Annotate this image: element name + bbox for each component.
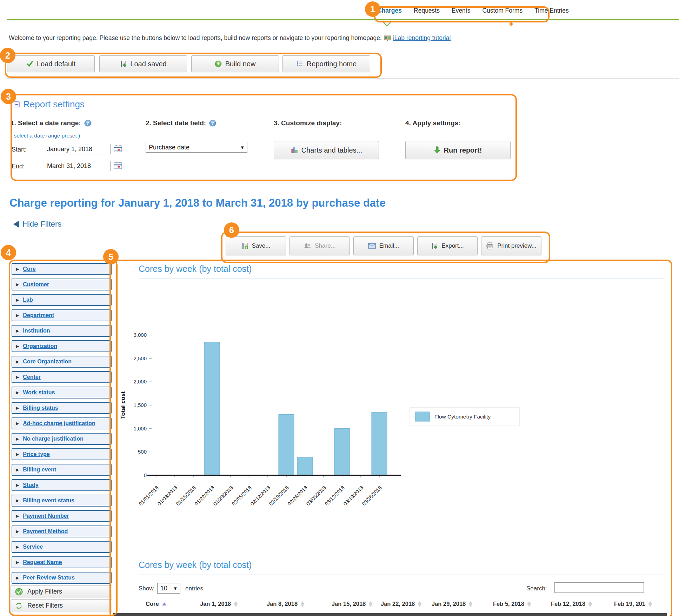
top-navigation: ChargesRequestsEventsCustom FormsTime En… <box>377 7 569 14</box>
svg-text:1,000: 1,000 <box>133 426 147 431</box>
filter-item-department[interactable]: ▶Department <box>12 309 112 321</box>
print-preview-button[interactable]: Print preview... <box>481 236 541 255</box>
email-button[interactable]: Email... <box>353 236 414 255</box>
date-field-select[interactable]: Purchase date <box>146 142 247 153</box>
search-input[interactable] <box>554 582 644 593</box>
page-title: Charge reporting for January 1, 2018 to … <box>9 197 386 209</box>
column-header-jan-22-2018[interactable]: Jan 22, 2018 <box>381 601 421 607</box>
svg-text:02/05/2018: 02/05/2018 <box>231 485 253 507</box>
filter-item-billing-event[interactable]: ▶Billing event <box>12 464 112 476</box>
filter-item-peer-review-status[interactable]: ▶Peer Review Status <box>12 572 112 584</box>
column-header-jan-1-2018[interactable]: Jan 1, 2018 <box>200 601 238 607</box>
export-button[interactable]: Export... <box>417 236 478 255</box>
column-header-feb-5-2018[interactable]: Feb 5, 2018 <box>493 601 531 607</box>
collapse-box-icon[interactable] <box>13 101 20 108</box>
filter-item-core-organization[interactable]: ▶Core Organization <box>12 356 112 368</box>
column-header-jan-29-2018[interactable]: Jan 29, 2018 <box>432 601 472 607</box>
column-header-feb-12-2018[interactable]: Feb 12, 2018 <box>551 601 592 607</box>
list-icon <box>296 60 303 67</box>
column-header-core[interactable]: Core <box>146 601 166 607</box>
sort-icon <box>369 601 372 607</box>
apply-filters-button[interactable]: Apply Filters <box>11 585 112 598</box>
start-calendar-icon[interactable] <box>114 145 122 152</box>
filter-item-study[interactable]: ▶Study <box>12 479 112 491</box>
expand-arrow-icon: ▶ <box>16 421 19 426</box>
column-header-jan-8-2018[interactable]: Jan 8, 2018 <box>267 601 304 607</box>
expand-arrow-icon: ▶ <box>16 498 19 503</box>
svg-text:02/12/2018: 02/12/2018 <box>249 485 271 507</box>
expand-arrow-icon: ▶ <box>16 544 19 549</box>
sort-icon <box>648 601 652 607</box>
svg-text:01/29/2018: 01/29/2018 <box>212 485 234 507</box>
hide-filters-link[interactable]: Hide Filters <box>13 220 61 229</box>
help-icon[interactable]: ? <box>209 120 216 127</box>
help-icon[interactable]: ? <box>84 120 91 127</box>
bar-chart-svg: 05001,0001,5002,0002,5003,00001/01/20180… <box>116 330 558 530</box>
filter-item-billing-status[interactable]: ▶Billing status <box>12 402 112 414</box>
filter-item-service[interactable]: ▶Service <box>12 541 112 553</box>
share-button[interactable]: Share... <box>289 236 350 255</box>
active-tab-chevron-icon <box>382 21 392 27</box>
nav-tab-events[interactable]: Events <box>452 7 471 14</box>
expand-arrow-icon: ▶ <box>16 406 19 410</box>
reset-filters-button[interactable]: Reset Filters <box>11 599 112 612</box>
filter-item-work-status[interactable]: ▶Work status <box>12 387 112 399</box>
nav-tab-custom-forms[interactable]: Custom Forms <box>482 7 522 14</box>
report-settings-label: Report settings <box>23 99 85 110</box>
filter-item-no-charge-justification[interactable]: ▶No charge justification <box>12 433 112 445</box>
load-saved-button[interactable]: Load saved <box>99 55 187 72</box>
filter-item-billing-event-status[interactable]: ▶Billing event status <box>12 495 112 507</box>
column-header-jan-15-2018[interactable]: Jan 15, 2018 <box>332 601 372 607</box>
callout-number-2: 2 <box>0 48 15 63</box>
nav-tab-requests[interactable]: Requests <box>414 7 440 14</box>
save-button[interactable]: Save... <box>226 236 286 255</box>
book-arrow-icon <box>431 242 438 249</box>
nav-tab-charges[interactable]: Charges <box>377 7 402 14</box>
end-calendar-icon[interactable] <box>114 161 122 169</box>
filter-item-payment-method[interactable]: ▶Payment Method <box>12 525 112 537</box>
nav-underline <box>7 19 679 20</box>
charts-and-tables-button[interactable]: Charts and tables... <box>274 141 379 159</box>
filter-item-organization[interactable]: ▶Organization <box>12 340 112 352</box>
reporting-home-button[interactable]: Reporting home <box>282 55 370 72</box>
filter-item-price-type[interactable]: ▶Price type <box>12 448 112 460</box>
table-section-title: Cores by week (by total cost) <box>139 560 252 570</box>
expand-arrow-icon: ▶ <box>16 560 19 565</box>
tutorial-link[interactable]: iLab reporting tutorial <box>393 34 451 42</box>
filter-item-lab[interactable]: ▶Lab <box>12 294 112 306</box>
svg-text:01/22/2018: 01/22/2018 <box>193 485 215 507</box>
printer-icon <box>486 242 494 249</box>
load-default-button[interactable]: Load default <box>7 55 95 72</box>
expand-arrow-icon: ▶ <box>16 282 19 287</box>
callout-number-3: 3 <box>1 89 16 104</box>
filter-item-center[interactable]: ▶Center <box>12 371 112 383</box>
svg-text:2,500: 2,500 <box>133 355 147 361</box>
step1-heading: 1. Select a date range: ? <box>11 119 91 127</box>
step3-heading: 3. Customize display: <box>274 119 342 127</box>
cores-by-week-chart: 05001,0001,5002,0002,5003,00001/01/20180… <box>116 330 558 530</box>
filter-item-payment-number[interactable]: ▶Payment Number <box>12 510 112 522</box>
start-date-input[interactable] <box>44 144 111 154</box>
date-range-preset-link[interactable]: ( select a date range preset ) <box>11 133 80 139</box>
start-label: Start: <box>12 146 27 153</box>
chart-legend[interactable]: Flow Cytometry Facility <box>410 408 519 426</box>
end-date-input[interactable] <box>44 161 111 171</box>
filter-item-customer[interactable]: ▶Customer <box>12 279 112 290</box>
filter-item-core[interactable]: ▶Core <box>12 263 112 275</box>
svg-text:0: 0 <box>144 472 147 478</box>
filter-sidebar: ▶Core▶Customer▶Lab▶Department▶Institutio… <box>12 263 112 587</box>
reset-recycle-icon <box>15 602 23 609</box>
check-icon <box>26 60 33 67</box>
column-header-feb-19-201[interactable]: Feb 19, 201 <box>614 601 652 607</box>
nav-tab-time-entries[interactable]: Time Entries <box>534 7 569 14</box>
svg-text:01/15/2018: 01/15/2018 <box>175 485 197 507</box>
filter-item-request-name[interactable]: ▶Request Name <box>12 556 112 568</box>
build-new-button[interactable]: Build new <box>191 55 279 72</box>
run-report-button[interactable]: Run report! <box>405 141 511 159</box>
svg-text:Total cost: Total cost <box>120 391 126 419</box>
plus-circle-icon <box>215 60 222 67</box>
filter-item-ad-hoc-charge-justification[interactable]: ▶Ad-hoc charge justification <box>12 417 112 429</box>
expand-arrow-icon: ▶ <box>16 313 19 318</box>
entries-select[interactable]: 10 <box>157 583 180 594</box>
filter-item-institution[interactable]: ▶Institution <box>12 325 112 337</box>
